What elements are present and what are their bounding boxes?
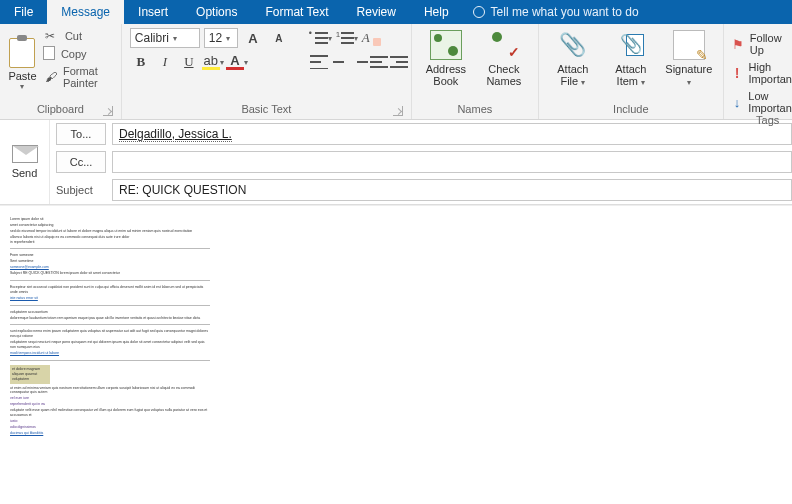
cc-field[interactable]	[112, 151, 792, 173]
send-icon	[12, 145, 38, 163]
shrink-font-button[interactable]: A	[268, 28, 290, 48]
align-right-icon	[350, 55, 368, 69]
attach-file-button[interactable]: AttachFile ▾	[547, 28, 599, 101]
paste-button[interactable]: Paste ▾	[8, 28, 37, 101]
brush-icon	[45, 70, 57, 84]
group-tags: Follow Up ▾ High Importance Low Importan…	[724, 24, 792, 119]
chevron-down-icon: ▾	[244, 58, 248, 67]
underline-button[interactable]: U	[178, 52, 200, 72]
group-clipboard: Paste ▾ Cut Copy Format Painter Clipbo	[0, 24, 122, 119]
message-header: Send To... Delgadillo, Jessica L. Cc... …	[0, 120, 792, 205]
paste-label: Paste	[8, 70, 36, 82]
group-tags-label: Tags	[756, 114, 779, 126]
tab-options[interactable]: Options	[182, 0, 251, 24]
grow-font-button[interactable]: A	[242, 28, 264, 48]
italic-button[interactable]: I	[154, 52, 176, 72]
check-names-button[interactable]: CheckNames	[478, 28, 530, 101]
group-include: AttachFile ▾ AttachItem ▾ Signature ▾ In…	[539, 24, 724, 119]
address-book-label: AddressBook	[426, 63, 466, 87]
bold-button[interactable]: B	[130, 52, 152, 72]
tab-help[interactable]: Help	[410, 0, 463, 24]
decrease-indent-icon	[370, 55, 388, 69]
low-importance-icon	[732, 95, 743, 110]
group-clipboard-label: Clipboard	[37, 103, 84, 115]
copy-button[interactable]: Copy	[43, 47, 113, 61]
format-painter-label: Format Painter	[63, 65, 111, 89]
address-book-button[interactable]: AddressBook	[420, 28, 472, 101]
shrink-font-icon: A	[275, 33, 282, 44]
chevron-down-icon: ▾	[328, 34, 332, 43]
align-center-icon	[330, 55, 348, 69]
copy-icon	[45, 48, 55, 60]
clipboard-dialog-launcher[interactable]	[103, 106, 113, 116]
chevron-down-icon: ▾	[226, 34, 230, 43]
group-basic-text: Calibri ▾ 12 ▾ A A B I U ab▾ A▾	[122, 24, 412, 119]
group-include-label: Include	[613, 103, 648, 115]
numbering-button[interactable]: ▾	[336, 28, 358, 48]
to-recipient[interactable]: Delgadillo, Jessica L.	[119, 127, 232, 142]
tab-review[interactable]: Review	[343, 0, 410, 24]
signature-icon	[673, 30, 705, 60]
cut-icon	[45, 29, 59, 43]
tab-message[interactable]: Message	[47, 0, 124, 24]
signature-button[interactable]: Signature ▾	[663, 28, 715, 101]
basic-text-dialog-launcher[interactable]	[393, 106, 403, 116]
align-left-button[interactable]	[310, 52, 328, 72]
clear-formatting-button[interactable]	[362, 28, 380, 48]
cc-button[interactable]: Cc...	[56, 151, 106, 173]
ribbon-tabs: File Message Insert Options Format Text …	[0, 0, 792, 24]
address-book-icon	[430, 30, 462, 60]
high-importance-icon	[732, 65, 743, 81]
font-name-combo[interactable]: Calibri ▾	[130, 28, 200, 48]
chevron-down-icon: ▾	[173, 34, 177, 43]
grow-font-icon: A	[248, 31, 257, 46]
font-size-combo[interactable]: 12 ▾	[204, 28, 238, 48]
font-color-icon: A	[226, 54, 244, 70]
follow-up-button[interactable]: Follow Up ▾	[732, 32, 792, 56]
increase-indent-button[interactable]	[390, 52, 408, 72]
font-color-button[interactable]: A▾	[226, 52, 248, 72]
to-field[interactable]: Delgadillo, Jessica L.	[112, 123, 792, 145]
tab-file[interactable]: File	[0, 0, 47, 24]
tab-format-text[interactable]: Format Text	[251, 0, 342, 24]
cut-label: Cut	[65, 30, 82, 42]
attach-file-icon	[557, 30, 589, 60]
subject-field[interactable]: RE: QUICK QUESTION	[112, 179, 792, 201]
copy-label: Copy	[61, 48, 87, 60]
decrease-indent-button[interactable]	[370, 52, 388, 72]
send-label: Send	[12, 167, 38, 179]
bullets-button[interactable]: ▾	[310, 28, 332, 48]
format-painter-button[interactable]: Format Painter	[43, 64, 113, 90]
bulb-icon	[473, 6, 485, 18]
cut-button[interactable]: Cut	[43, 28, 113, 44]
italic-icon: I	[163, 54, 167, 70]
bullets-icon	[310, 31, 328, 45]
attach-item-button[interactable]: AttachItem ▾	[605, 28, 657, 101]
font-size-value: 12	[209, 31, 222, 45]
group-basic-text-label: Basic Text	[241, 103, 291, 115]
paste-icon	[9, 38, 35, 68]
increase-indent-icon	[390, 55, 408, 69]
flag-icon	[732, 37, 744, 52]
send-button[interactable]: Send	[0, 120, 50, 204]
bold-icon: B	[137, 54, 146, 70]
chevron-down-icon[interactable]: ▾	[20, 82, 24, 91]
to-button[interactable]: To...	[56, 123, 106, 145]
follow-up-label: Follow Up	[750, 32, 792, 56]
highlight-icon: ab	[202, 54, 220, 70]
tab-insert[interactable]: Insert	[124, 0, 182, 24]
tell-me-search[interactable]: Tell me what you want to do	[463, 0, 649, 24]
align-center-button[interactable]	[330, 52, 348, 72]
chevron-down-icon: ▾	[641, 78, 645, 87]
chevron-down-icon: ▾	[687, 78, 691, 87]
high-importance-button[interactable]: High Importance	[732, 61, 792, 85]
low-importance-button[interactable]: Low Importance	[732, 90, 792, 114]
high-importance-label: High Importance	[749, 61, 792, 85]
align-right-button[interactable]	[350, 52, 368, 72]
align-left-icon	[310, 55, 328, 69]
check-names-label: CheckNames	[486, 63, 521, 87]
numbering-icon	[336, 31, 354, 45]
quoted-thread-preview: Lorem ipsum dolor sitamet consectetur ad…	[10, 217, 210, 436]
message-body[interactable]: Lorem ipsum dolor sitamet consectetur ad…	[0, 205, 792, 504]
highlight-button[interactable]: ab▾	[202, 52, 224, 72]
